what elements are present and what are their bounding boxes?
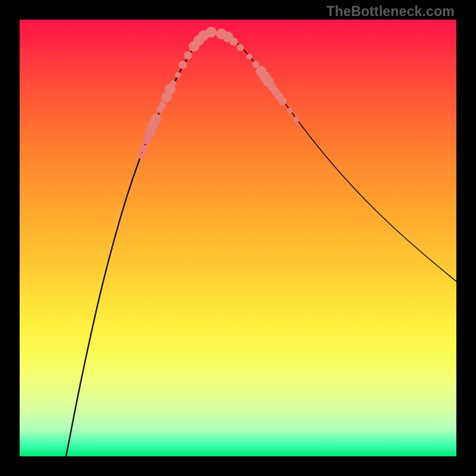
highlight-dot xyxy=(184,51,192,60)
highlight-dot xyxy=(175,72,181,78)
highlight-dot xyxy=(293,117,299,123)
highlight-dot xyxy=(278,97,287,105)
highlight-dot xyxy=(287,108,293,114)
highlight-dot xyxy=(206,27,217,37)
plot-area xyxy=(20,20,456,456)
highlight-dot xyxy=(138,153,144,159)
highlight-dot xyxy=(237,44,244,51)
highlight-dot xyxy=(252,61,259,68)
highlight-dot xyxy=(151,114,161,124)
highlight-dot xyxy=(178,61,187,69)
highlight-dots-group xyxy=(138,27,299,159)
watermark-text: TheBottleneck.com xyxy=(326,4,455,20)
highlight-dot xyxy=(230,37,238,46)
highlight-dot xyxy=(139,145,148,153)
curve-right-branch xyxy=(210,32,456,281)
highlight-dot xyxy=(159,101,166,108)
highlight-dot xyxy=(246,54,252,60)
curve-layer xyxy=(20,20,456,456)
curve-left-branch xyxy=(66,32,210,456)
chart-frame: TheBottleneck.com xyxy=(0,0,476,476)
highlight-dot xyxy=(170,80,176,86)
